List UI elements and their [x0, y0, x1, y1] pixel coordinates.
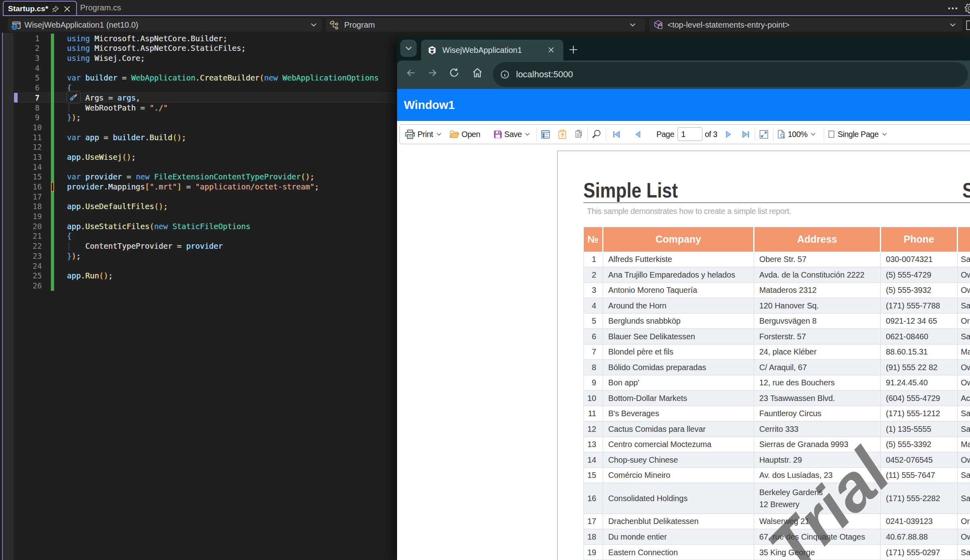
code-line[interactable]: app.UseWisej();	[67, 152, 379, 162]
code-line[interactable]	[67, 162, 379, 172]
forward-icon[interactable]	[427, 68, 438, 78]
code-token: new	[264, 73, 278, 82]
code-line[interactable]: app.UseDefaultFiles();	[67, 201, 379, 212]
code-token: new	[154, 222, 167, 231]
page-count-label: of 3	[705, 130, 717, 139]
parameters-button[interactable]	[540, 129, 551, 139]
code-line[interactable]	[67, 142, 379, 152]
print-button[interactable]: Print	[405, 129, 442, 140]
report-table-cell: 18	[584, 529, 603, 545]
line-number: 6	[25, 83, 49, 93]
column-header-text: №	[587, 234, 599, 245]
vs-tab-startup[interactable]: Startup.cs*	[3, 1, 77, 16]
code-line[interactable]: using Wisej.Core;	[67, 53, 379, 63]
last-page-button[interactable]	[742, 130, 750, 139]
gear-icon[interactable]	[964, 3, 970, 14]
find-button[interactable]	[591, 129, 602, 139]
code-line[interactable]: Args = args,	[67, 93, 379, 103]
code-line[interactable]: using Microsoft.AspNetCore.StaticFiles;	[67, 43, 379, 53]
close-icon[interactable]	[64, 6, 71, 12]
page-number-input[interactable]	[678, 127, 702, 141]
code-line[interactable]	[67, 63, 379, 73]
prev-page-button[interactable]	[634, 130, 641, 139]
address-bar[interactable]: localhost:5000	[493, 62, 968, 87]
report-table-row: 8Bólido Comidas preparadasC/ Araquil, 67…	[584, 360, 970, 375]
cell-text: Hauptstr. 29	[754, 454, 880, 466]
browser-tab[interactable]: WisejWebApplication1	[421, 40, 563, 60]
fullscreen-button[interactable]	[759, 129, 769, 139]
report-toolbar: Print Open	[399, 124, 970, 144]
code-line[interactable]	[67, 123, 379, 133]
reload-icon[interactable]	[449, 67, 460, 78]
code-line[interactable]: app.Run();	[67, 271, 379, 281]
code-token: var	[67, 133, 81, 142]
save-button[interactable]: Save	[493, 130, 530, 139]
vs-member-dropdown[interactable]: <top-level-statements-entry-point>	[649, 18, 962, 32]
report-table-cell: Sale	[958, 483, 970, 514]
code-line[interactable]: {	[67, 231, 379, 241]
report-table-cell: Mar	[958, 437, 970, 452]
code-line[interactable]: using Microsoft.AspNetCore.Builder;	[67, 34, 379, 44]
cell-text: Around the Horn	[603, 300, 754, 312]
report-table-cell: 0921-12 34 65	[881, 313, 958, 329]
copy-page-button[interactable]	[574, 129, 583, 139]
svg-text:?: ?	[561, 132, 564, 138]
new-tab-icon[interactable]	[568, 44, 579, 55]
chevron-down-icon	[311, 23, 317, 27]
cell-text: Blauer See Delikatessen	[603, 330, 754, 342]
code-token: ()	[122, 153, 131, 161]
report-table-cell: Ow	[958, 452, 970, 468]
site-info-icon[interactable]	[500, 70, 510, 79]
code-line[interactable]: ContentTypeProvider = provider	[67, 241, 379, 251]
code-token: app	[67, 222, 81, 231]
cell-text: Mar	[958, 438, 970, 450]
vs-project-dropdown[interactable]: WisejWebApplication1 (net10.0)	[8, 18, 322, 32]
code-line[interactable]: var builder = WebApplication.CreateBuild…	[67, 73, 379, 83]
code-line[interactable]: });	[67, 113, 379, 123]
pin-icon[interactable]	[52, 5, 59, 13]
report-table-cell: B's Beverages	[603, 406, 754, 421]
cell-text: Alfreds Futterkiste	[603, 253, 754, 265]
code-token: "application/octet-stream"	[195, 182, 314, 191]
code-token: ()	[172, 133, 181, 142]
column-header-text: Company	[655, 234, 701, 245]
code-token: )	[71, 113, 76, 122]
first-page-button[interactable]	[612, 130, 621, 139]
code-token: WebApplication	[131, 73, 195, 82]
code-token: =	[122, 172, 135, 181]
window1-titlebar[interactable]: Window1	[397, 89, 970, 121]
code-line[interactable]: var app = builder.Build();	[67, 133, 379, 143]
open-button[interactable]: Open	[450, 130, 482, 139]
more-options-icon[interactable]	[948, 7, 958, 10]
code-line[interactable]: provider.Mappings[".mrt"] = "application…	[67, 182, 379, 192]
code-line[interactable]	[67, 212, 379, 222]
cell-text: 10	[584, 392, 603, 404]
code-line[interactable]: });	[67, 251, 379, 261]
resources-button[interactable]: ?	[558, 129, 567, 139]
code-line[interactable]: {	[67, 83, 379, 93]
vs-type-dropdown[interactable]: Program	[326, 18, 645, 32]
tab-close-icon[interactable]	[548, 46, 555, 53]
zoom-button[interactable]: 100%	[777, 129, 816, 139]
browser-tab-title: WisejWebApplication1	[442, 46, 522, 55]
code-line[interactable]	[67, 192, 379, 202]
document-icon[interactable]	[965, 20, 970, 30]
view-mode-button[interactable]: Single Page	[828, 130, 887, 139]
code-line[interactable]: app.UseStaticFiles(new StaticFileOptions	[67, 222, 379, 232]
url-text[interactable]: localhost:5000	[516, 69, 573, 80]
cell-text: 0621-08460	[881, 330, 957, 342]
vs-code-text[interactable]: using Microsoft.AspNetCore.Builder;using…	[67, 34, 379, 291]
back-icon[interactable]	[406, 68, 416, 78]
code-line[interactable]: var provider = new FileExtensionContentT…	[67, 172, 379, 182]
code-line[interactable]: WebRootPath = "./"	[67, 103, 379, 113]
next-page-button[interactable]	[725, 130, 732, 139]
quick-actions-button[interactable]	[67, 91, 81, 103]
vs-tab-program[interactable]: Program.cs	[80, 0, 124, 15]
cell-text: Fauntleroy Circus	[754, 407, 880, 419]
home-icon[interactable]	[472, 67, 483, 78]
vs-indent-guide	[69, 242, 69, 250]
code-line[interactable]	[67, 261, 379, 271]
vs-navigation-bar: WisejWebApplication1 (net10.0) Program	[0, 16, 970, 33]
code-line[interactable]	[67, 281, 379, 291]
tab-search-button[interactable]	[400, 40, 417, 57]
